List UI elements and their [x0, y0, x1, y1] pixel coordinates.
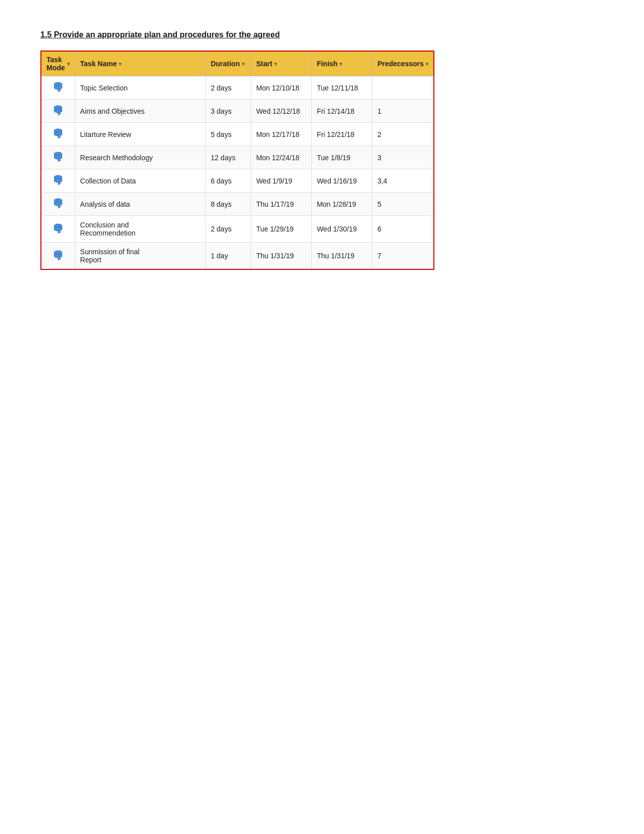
- predecessor-cell: 3: [372, 146, 434, 169]
- task-mode-cell: [41, 146, 75, 169]
- gantt-table: TaskMode ▾ Task Name ▾ Duration ▾ Start: [40, 51, 434, 270]
- predecessor-cell: 2: [372, 123, 434, 146]
- task-name-cell: Litarture Review: [75, 123, 206, 146]
- task-mode-icon: [53, 81, 64, 92]
- task-mode-cell: [41, 100, 75, 123]
- predecessor-cell: 6: [372, 216, 434, 243]
- duration-cell: 8 days: [206, 193, 251, 216]
- start-cell: Wed 1/9/19: [251, 169, 312, 193]
- col-start: Start ▾: [251, 51, 312, 76]
- start-cell: Thu 1/31/19: [251, 243, 312, 270]
- finish-cell: Wed 1/30/19: [312, 216, 372, 243]
- start-cell: Tue 1/29/19: [251, 216, 312, 243]
- task-name-cell: Research Methodology: [75, 146, 206, 169]
- predecessor-cell: 5: [372, 193, 434, 216]
- predecessor-cell: 1: [372, 100, 434, 123]
- task-mode-icon: [53, 151, 64, 162]
- page-heading: 1.5 Provide an appropriate plan and proc…: [40, 30, 604, 39]
- task-mode-cell: [41, 169, 75, 193]
- start-dropdown-icon[interactable]: ▾: [274, 61, 277, 67]
- start-cell: Mon 12/10/18: [251, 76, 312, 100]
- col-start-label: Start: [256, 60, 272, 68]
- duration-cell: 2 days: [206, 76, 251, 100]
- table-row: Aims and Objectives3 daysWed 12/12/18Fri…: [41, 100, 434, 123]
- task-mode-dropdown-icon[interactable]: ▾: [67, 61, 70, 67]
- table-row: Litarture Review5 daysMon 12/17/18Fri 12…: [41, 123, 434, 146]
- table-row: Research Methodology12 daysMon 12/24/18T…: [41, 146, 434, 169]
- table-row: Topic Selection2 daysMon 12/10/18Tue 12/…: [41, 76, 434, 100]
- task-mode-cell: [41, 193, 75, 216]
- task-mode-icon: [53, 250, 64, 261]
- task-mode-icon: [53, 223, 64, 234]
- finish-cell: Fri 12/14/18: [312, 100, 372, 123]
- col-finish: Finish ▾: [312, 51, 372, 76]
- duration-cell: 12 days: [206, 146, 251, 169]
- task-mode-icon: [53, 128, 64, 139]
- table-row: Sunmission of finalReport1 dayThu 1/31/1…: [41, 243, 434, 270]
- finish-cell: Mon 1/28/19: [312, 193, 372, 216]
- finish-cell: Wed 1/16/19: [312, 169, 372, 193]
- start-cell: Mon 12/17/18: [251, 123, 312, 146]
- table-row: Analysis of data8 daysThu 1/17/19Mon 1/2…: [41, 193, 434, 216]
- col-finish-label: Finish: [317, 60, 337, 68]
- task-name-cell: Collection of Data: [75, 169, 206, 193]
- task-mode-cell: [41, 243, 75, 270]
- task-mode-cell: [41, 216, 75, 243]
- task-name-cell: Conclusion andRecommendetion: [75, 216, 206, 243]
- finish-cell: Tue 12/11/18: [312, 76, 372, 100]
- predecessor-cell: 7: [372, 243, 434, 270]
- duration-cell: 3 days: [206, 100, 251, 123]
- duration-dropdown-icon[interactable]: ▾: [242, 61, 244, 67]
- finish-cell: Tue 1/8/19: [312, 146, 372, 169]
- start-cell: Wed 12/12/18: [251, 100, 312, 123]
- task-mode-icon: [53, 198, 64, 209]
- task-mode-icon: [53, 105, 64, 116]
- duration-cell: 1 day: [206, 243, 251, 270]
- col-duration-label: Duration: [211, 60, 240, 68]
- col-task-mode-label: TaskMode: [46, 56, 65, 72]
- duration-cell: 5 days: [206, 123, 251, 146]
- duration-cell: 6 days: [206, 169, 251, 193]
- predecessor-cell: 3,4: [372, 169, 434, 193]
- task-name-cell: Aims and Objectives: [75, 100, 206, 123]
- task-name-cell: Analysis of data: [75, 193, 206, 216]
- table-row: Conclusion andRecommendetion2 daysTue 1/…: [41, 216, 434, 243]
- task-mode-icon: [53, 174, 64, 186]
- finish-cell: Fri 12/21/18: [312, 123, 372, 146]
- start-cell: Thu 1/17/19: [251, 193, 312, 216]
- task-mode-cell: [41, 123, 75, 146]
- start-cell: Mon 12/24/18: [251, 146, 312, 169]
- table-row: Collection of Data6 daysWed 1/9/19Wed 1/…: [41, 169, 434, 193]
- table-header-row: TaskMode ▾ Task Name ▾ Duration ▾ Start: [41, 51, 434, 76]
- col-predecessors-label: Predecessors: [377, 60, 424, 68]
- task-name-cell: Topic Selection: [75, 76, 206, 100]
- duration-cell: 2 days: [206, 216, 251, 243]
- predecessors-dropdown-icon[interactable]: ▾: [426, 61, 428, 67]
- col-duration: Duration ▾: [206, 51, 251, 76]
- task-name-cell: Sunmission of finalReport: [75, 243, 206, 270]
- predecessor-cell: [372, 76, 434, 100]
- col-predecessors: Predecessors ▾: [372, 51, 434, 76]
- col-task-name-label: Task Name: [80, 60, 117, 68]
- col-task-mode: TaskMode ▾: [41, 51, 75, 76]
- task-name-dropdown-icon[interactable]: ▾: [119, 61, 121, 67]
- task-mode-cell: [41, 76, 75, 100]
- finish-cell: Thu 1/31/19: [312, 243, 372, 270]
- col-task-name: Task Name ▾: [75, 51, 206, 76]
- finish-dropdown-icon[interactable]: ▾: [339, 61, 342, 67]
